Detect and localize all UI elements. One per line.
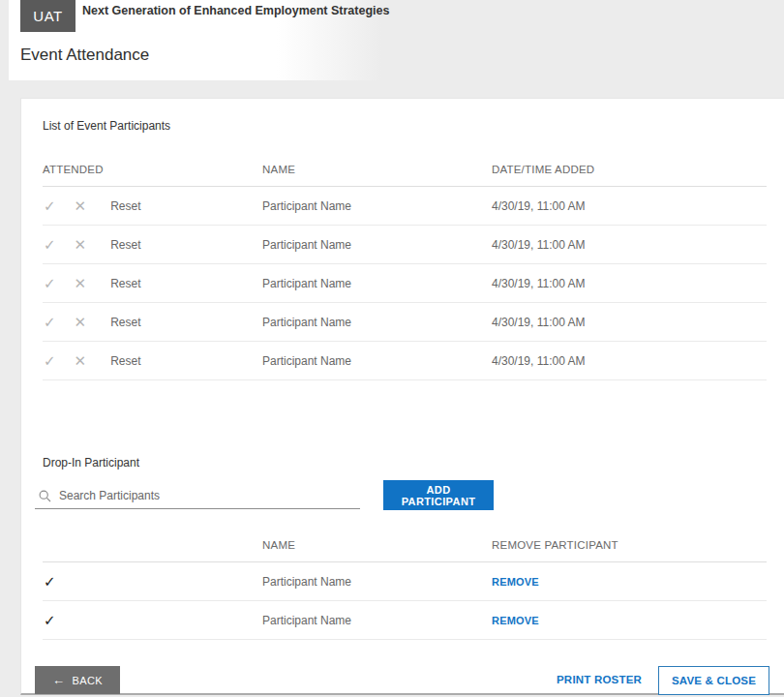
attended-check-icon[interactable]: ✓	[44, 352, 56, 370]
attended-check-icon[interactable]: ✓	[44, 197, 56, 215]
search-participants-input[interactable]	[59, 486, 360, 505]
attended-cell: ✓	[43, 612, 262, 629]
attended-x-icon[interactable]: ✕	[75, 275, 87, 292]
reset-link[interactable]: Reset	[110, 316, 140, 329]
participant-row: ✓ ✕ Reset Participant Name 4/30/19, 11:0…	[43, 264, 767, 303]
participant-name: Participant Name	[262, 316, 492, 329]
attended-cell: ✓ ✕ Reset	[43, 197, 262, 215]
column-header-name: NAME	[262, 164, 492, 175]
participant-date-added: 4/30/19, 11:00 AM	[492, 199, 767, 213]
reset-link[interactable]: Reset	[110, 199, 140, 213]
participant-search	[35, 483, 360, 509]
reset-link[interactable]: Reset	[110, 238, 140, 252]
participants-section-title: List of Event Participants	[43, 119, 170, 133]
participant-row: ✓ ✕ Reset Participant Name 4/30/19, 11:0…	[43, 187, 767, 226]
column-header-name: NAME	[262, 539, 492, 551]
dropin-table-body: ✓ Participant Name REMOVE ✓ Participant …	[43, 562, 767, 640]
attended-check-icon: ✓	[44, 612, 56, 629]
reset-link[interactable]: Reset	[110, 277, 140, 290]
attended-x-icon[interactable]: ✕	[75, 197, 87, 215]
page-title: Event Attendance	[20, 45, 149, 65]
dropin-table: NAME REMOVE PARTICIPANT ✓ Participant Na…	[43, 529, 767, 640]
participant-row: ✓ ✕ Reset Participant Name 4/30/19, 11:0…	[43, 342, 767, 380]
event-attendance-card: List of Event Participants ATTENDED NAME…	[20, 98, 784, 695]
dropin-row: ✓ Participant Name REMOVE	[43, 562, 767, 601]
attended-check-icon[interactable]: ✓	[44, 275, 56, 292]
attended-cell: ✓	[43, 573, 262, 591]
environment-badge-label: UAT	[33, 8, 62, 24]
participant-date-added: 4/30/19, 11:00 AM	[492, 354, 767, 368]
participant-row: ✓ ✕ Reset Participant Name 4/30/19, 11:0…	[43, 226, 767, 264]
dropin-row: ✓ Participant Name REMOVE	[43, 601, 767, 640]
attended-check-icon[interactable]: ✓	[44, 314, 56, 331]
participants-table: ATTENDED NAME DATE/TIME ADDED ✓ ✕ Reset …	[43, 153, 767, 380]
participant-name: Participant Name	[262, 238, 492, 252]
attended-x-icon[interactable]: ✕	[75, 236, 87, 254]
participants-table-body: ✓ ✕ Reset Participant Name 4/30/19, 11:0…	[43, 187, 767, 380]
attended-check-icon[interactable]: ✓	[44, 236, 56, 254]
participant-name: Participant Name	[262, 277, 492, 290]
column-header-remove: REMOVE PARTICIPANT	[492, 539, 767, 551]
attended-cell: ✓ ✕ Reset	[43, 275, 262, 292]
participant-date-added: 4/30/19, 11:00 AM	[492, 277, 767, 290]
attended-cell: ✓ ✕ Reset	[43, 352, 262, 370]
dropin-table-header: NAME REMOVE PARTICIPANT	[43, 529, 767, 562]
app-title: Next Generation of Enhanced Employment S…	[82, 4, 389, 17]
back-button[interactable]: ← BACK	[35, 666, 120, 694]
participant-date-added: 4/30/19, 11:00 AM	[492, 238, 767, 252]
environment-badge: UAT	[20, 0, 75, 32]
print-roster-link[interactable]: PRINT ROSTER	[557, 674, 642, 685]
remove-link[interactable]: REMOVE	[492, 576, 539, 588]
reset-link[interactable]: Reset	[110, 354, 140, 368]
participant-date-added: 4/30/19, 11:00 AM	[492, 316, 767, 329]
back-button-label: BACK	[72, 675, 103, 686]
participant-name: Participant Name	[262, 199, 492, 213]
search-icon	[39, 490, 51, 502]
attended-x-icon[interactable]: ✕	[75, 352, 87, 370]
attended-check-icon: ✓	[44, 573, 56, 591]
dropin-section-title: Drop-In Participant	[43, 456, 139, 470]
attended-cell: ✓ ✕ Reset	[43, 314, 262, 331]
attended-cell: ✓ ✕ Reset	[43, 236, 262, 254]
save-close-button[interactable]: SAVE & CLOSE	[658, 666, 769, 695]
participant-name: Participant Name	[262, 354, 492, 368]
participant-row: ✓ ✕ Reset Participant Name 4/30/19, 11:0…	[43, 303, 767, 342]
participants-table-header: ATTENDED NAME DATE/TIME ADDED	[43, 153, 767, 187]
participant-name: Participant Name	[262, 575, 492, 589]
back-arrow-icon: ←	[52, 674, 65, 686]
column-header-date: DATE/TIME ADDED	[492, 164, 767, 175]
add-participant-button[interactable]: ADD PARTICIPANT	[383, 480, 494, 510]
attended-x-icon[interactable]: ✕	[75, 314, 87, 331]
remove-link[interactable]: REMOVE	[492, 615, 539, 626]
participant-name: Participant Name	[262, 614, 492, 627]
column-header-attended: ATTENDED	[43, 164, 262, 175]
